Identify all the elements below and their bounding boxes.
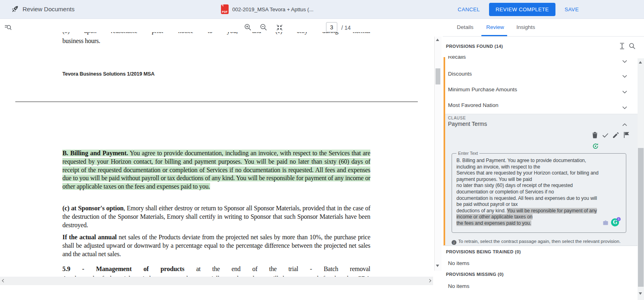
scroll-up-icon[interactable] [436, 39, 439, 41]
document-scroll-thumb[interactable] [436, 68, 440, 84]
chevron-down-icon[interactable] [622, 58, 627, 65]
clause-kicker: CLAUSE [448, 116, 466, 120]
provision-group-accent-bar [444, 57, 445, 246]
chevron-down-icon[interactable] [622, 72, 627, 80]
document-page-footer: Tevora Business Solutions 1/2019 MSA [62, 71, 155, 77]
chevron-up-icon[interactable] [622, 121, 627, 128]
retrain-note: i To retrain, select the contract passag… [452, 237, 629, 245]
provisions-being-trained-title: PROVISIONS BEING TRAINED (0) [446, 249, 521, 254]
clause-text-content[interactable]: B. Billing and Payment. You agree to pro… [456, 158, 621, 227]
cancel-button[interactable]: CANCEL [454, 3, 484, 16]
clause-name[interactable]: Payment Terms [448, 121, 487, 127]
approve-icon[interactable] [602, 133, 609, 138]
page-boundary-line [15, 101, 418, 102]
rocket-icon [10, 5, 19, 15]
provisions-missing-title: PROVISIONS MISSING (0) [446, 272, 504, 277]
zoom-out-icon[interactable] [260, 23, 267, 31]
provision-item-most-favored-nation[interactable]: Most Favored Nation [448, 102, 498, 108]
assistant-icon[interactable] [603, 220, 608, 227]
scroll-down-icon[interactable] [639, 292, 642, 295]
highlighted-clause-paragraph[interactable]: B. Billing and Payment. You agree to pro… [62, 149, 370, 191]
being-trained-empty: No items [448, 260, 469, 266]
edit-icon[interactable] [613, 132, 619, 138]
chevron-down-icon[interactable] [622, 88, 627, 95]
clipped-document-line: (b) upon reasonable prior notice to you,… [62, 32, 370, 36]
delete-icon[interactable] [592, 132, 598, 138]
page-number-input[interactable] [326, 22, 337, 32]
panel-scroll-thumb[interactable] [638, 148, 644, 287]
tab-details[interactable]: Details [457, 24, 473, 30]
topbar-actions: CANCEL REVIEW COMPLETE SAVE [454, 0, 583, 18]
tab-review[interactable]: Review [486, 24, 504, 30]
document-text-line[interactable]: business hours. [62, 37, 100, 45]
document-paragraph[interactable]: If the actual annual net sales of the Pr… [62, 233, 370, 258]
review-complete-button[interactable]: REVIEW COMPLETE [489, 3, 555, 16]
info-icon: i [452, 240, 456, 245]
grammarly-icon[interactable]: G 1 [611, 218, 619, 226]
document-paragraph[interactable]: 5.9 - Management of products at the end … [62, 265, 370, 273]
page-total: / 14 [341, 25, 351, 31]
scroll-right-icon[interactable] [428, 279, 431, 282]
fit-to-page-icon[interactable] [276, 24, 283, 31]
provision-item-minimum-purchase[interactable]: Minimum Purchase Amounts [448, 86, 517, 92]
panel-divider [443, 36, 644, 37]
pdf-file-icon: PDF [221, 4, 229, 14]
provision-item-discounts[interactable]: Discounts [448, 71, 472, 77]
tab-insights[interactable]: Insights [516, 24, 535, 30]
scroll-down-icon[interactable] [436, 265, 439, 267]
panel-section-divider [443, 245, 638, 246]
search-document-icon[interactable] [4, 23, 12, 31]
provision-item-recalls[interactable]: Recalls [448, 56, 569, 61]
scroll-left-icon[interactable] [2, 279, 5, 282]
clause-text-field-label: Enter Text [456, 151, 479, 156]
flag-icon[interactable] [624, 132, 629, 138]
page-title: Review Documents [23, 6, 74, 12]
expand-all-icon[interactable] [619, 43, 625, 49]
document-paragraph[interactable]: (c) at Sponsor's option, Emory shall eit… [62, 204, 370, 229]
chevron-down-icon[interactable] [622, 104, 627, 111]
missing-empty: No items [448, 283, 469, 289]
scroll-up-icon[interactable] [639, 61, 642, 64]
document-horizontal-scrollbar[interactable] [0, 277, 433, 285]
save-button[interactable]: SAVE [561, 3, 583, 16]
zoom-in-icon[interactable] [244, 23, 252, 31]
grammarly-badge: 1 [617, 217, 621, 221]
review-documents-app: Review Documents PDF 002-2019_MSA Tevora… [0, 0, 644, 300]
retrain-icon[interactable] [592, 143, 599, 150]
document-name: 002-2019_MSA Tevora + Apttus (... [232, 6, 314, 12]
provisions-found-title: PROVISIONS FOUND (14) [446, 44, 503, 49]
search-provisions-icon[interactable] [629, 43, 636, 49]
